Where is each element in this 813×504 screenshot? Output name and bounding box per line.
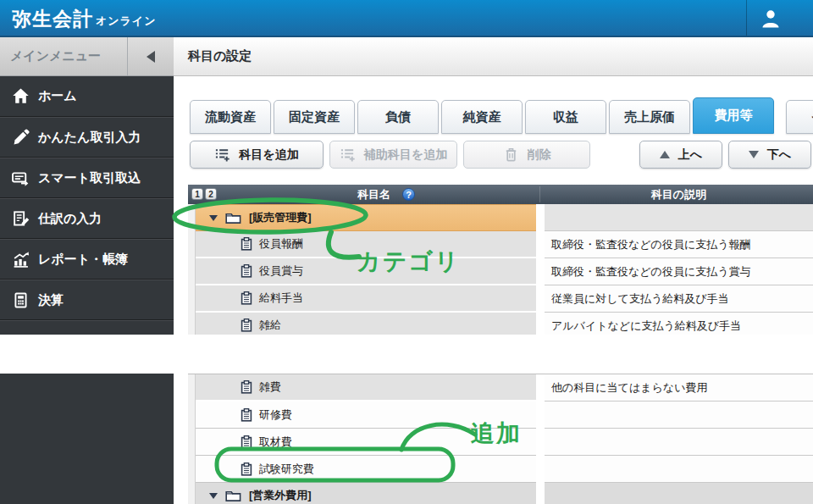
account-name: 研修費 (259, 407, 292, 423)
move-down-button[interactable]: 下へ (728, 141, 811, 169)
button-label: 科目を追加 (239, 147, 298, 163)
account-row[interactable]: 試験研究費 (188, 456, 813, 483)
category-row[interactable]: [営業外費用] (188, 483, 813, 504)
clipboard-icon (240, 291, 253, 305)
row-gutter (188, 483, 196, 504)
chevron-left-icon (147, 51, 155, 63)
account-description-cell[interactable] (545, 204, 813, 231)
column-divider (536, 429, 545, 456)
list-add-icon (340, 147, 356, 163)
sidebar-item-label: かんたん取引入力 (38, 130, 141, 146)
clipboard-icon (240, 318, 253, 332)
row-gutter (188, 429, 196, 456)
column-divider (536, 402, 545, 429)
tab-7-active[interactable]: 費用等 (693, 97, 774, 134)
sidebar-item-journal-entry[interactable]: 仕訳の入力 (0, 198, 174, 239)
account-name-cell[interactable]: 雑費 (196, 374, 536, 402)
top-bar: 弥生会計 オンライン (0, 0, 813, 37)
sidebar-item-closing[interactable]: 決算 (0, 280, 174, 320)
account-description: 他の科目に当てはまらない費用 (551, 380, 707, 396)
sidebar-stub (0, 320, 174, 330)
sidebar-continued (0, 374, 174, 504)
sidebar-header: メインメニュー (0, 37, 174, 76)
account-name: 給料手当 (259, 291, 303, 306)
category-row[interactable]: [販売管理費] (188, 204, 813, 231)
account-name-cell[interactable]: 試験研究費 (196, 456, 536, 483)
tab-1[interactable]: 流動資産 (190, 100, 271, 134)
caret-down-icon[interactable] (209, 493, 218, 499)
account-name: 役員報酬 (259, 236, 303, 252)
account-row[interactable]: 役員賞与取締役・監査役などの役員に支払う賞与 (188, 258, 813, 285)
page-header: 科目の設定 (174, 37, 813, 76)
closing-icon (12, 291, 30, 309)
account-name: [営業外費用] (249, 488, 312, 503)
account-description-cell[interactable] (545, 402, 813, 429)
account-name-cell[interactable]: 給料手当 (196, 285, 536, 313)
account-description-cell[interactable] (545, 456, 813, 483)
tab-4[interactable]: 純資産 (441, 100, 523, 134)
level-2-button[interactable]: 2 (205, 188, 217, 200)
delete-button[interactable]: 削除 (463, 141, 590, 169)
list-add-icon (214, 147, 230, 163)
clipboard-icon (240, 435, 253, 449)
tab-label: 費用等 (715, 108, 753, 124)
clipboard-icon (240, 380, 253, 394)
account-name-cell[interactable]: [販売管理費] (196, 204, 536, 231)
account-description-cell[interactable] (545, 429, 813, 456)
table-header: 1 2 科目名 ? 科目の説明 (188, 185, 813, 204)
tab-5[interactable]: 収益 (525, 100, 606, 134)
account-row[interactable]: 雑費他の科目に当てはまらない費用 (188, 374, 813, 402)
account-description: 取締役・監査役などの役員に支払う賞与 (551, 264, 751, 280)
sidebar-item-reports[interactable]: レポート・帳簿 (0, 239, 174, 280)
account-description-cell[interactable] (545, 483, 813, 504)
row-gutter (188, 231, 196, 258)
home-icon (12, 87, 30, 105)
tab-2[interactable]: 固定資産 (274, 100, 355, 134)
sidebar: ホーム かんたん取引入力 スマート取引取込 仕訳の入力 レポート・帳簿 決算 (0, 76, 174, 335)
account-description: 従業員に対して支払う給料及び手当 (551, 291, 729, 307)
page-title: 科目の設定 (188, 37, 252, 75)
main-menu-label: メインメニュー (10, 37, 101, 75)
added-annotation-label: 追加 (471, 418, 522, 450)
tab-3[interactable]: 負債 (357, 100, 439, 134)
move-up-button[interactable]: 上へ (639, 141, 722, 169)
account-description-cell[interactable]: 従業員に対して支払う給料及び手当 (545, 285, 813, 313)
account-description-cell[interactable]: 他の科目に当てはまらない費用 (545, 374, 813, 402)
account-description-cell[interactable]: 取締役・監査役などの役員に支払う報酬 (545, 231, 813, 258)
folder-icon (225, 211, 241, 224)
add-sub-account-button[interactable]: 補助科目を追加 (329, 141, 457, 169)
user-account-icon[interactable] (760, 8, 782, 30)
tab-label: 流動資産 (205, 109, 256, 125)
account-name: 取材費 (259, 435, 292, 450)
row-gutter (188, 313, 196, 335)
account-description-cell[interactable]: アルバイトなどに支払う給料及び手当 (545, 313, 813, 335)
tab-label: 固定資産 (289, 109, 340, 125)
column-divider (536, 285, 545, 313)
sidebar-item-label: 仕訳の入力 (38, 211, 102, 227)
sidebar-item-smart-import[interactable]: スマート取引取込 (0, 158, 174, 198)
sidebar-item-home[interactable]: ホーム (0, 76, 174, 117)
caret-down-icon[interactable] (209, 215, 218, 221)
sidebar-item-easy-entry[interactable]: かんたん取引入力 (0, 117, 174, 158)
add-account-button[interactable]: 科目を追加 (190, 141, 324, 169)
tab-label: 収益 (553, 109, 578, 125)
account-name-cell[interactable]: [営業外費用] (196, 483, 536, 504)
help-icon[interactable]: ? (402, 188, 415, 201)
button-label: 上へ (678, 147, 702, 163)
account-row[interactable]: 給料手当従業員に対して支払う給料及び手当 (188, 285, 813, 313)
app-window: 弥生会計 オンライン メインメニュー 科目の設定 ホーム かんたん取引入力 スマ… (0, 0, 813, 504)
account-name-cell[interactable]: 雑給 (196, 313, 536, 335)
tab-label: 純資産 (463, 109, 501, 125)
tab-6[interactable]: 売上原価 (609, 100, 690, 134)
column-header-name: 科目名 (357, 185, 390, 204)
account-row[interactable]: 役員報酬取締役・監査役などの役員に支払う報酬 (188, 231, 813, 258)
level-1-button[interactable]: 1 (191, 188, 203, 200)
account-row[interactable]: 雑給アルバイトなどに支払う給料及び手当 (188, 313, 813, 335)
tab-8[interactable]: そ (786, 100, 813, 134)
clipboard-icon (240, 462, 253, 476)
column-divider (536, 456, 545, 483)
sidebar-collapse-button[interactable] (127, 37, 174, 75)
account-name: [販売管理費] (249, 210, 312, 225)
account-description-cell[interactable]: 取締役・監査役などの役員に支払う賞与 (545, 258, 813, 285)
column-divider (536, 483, 545, 504)
